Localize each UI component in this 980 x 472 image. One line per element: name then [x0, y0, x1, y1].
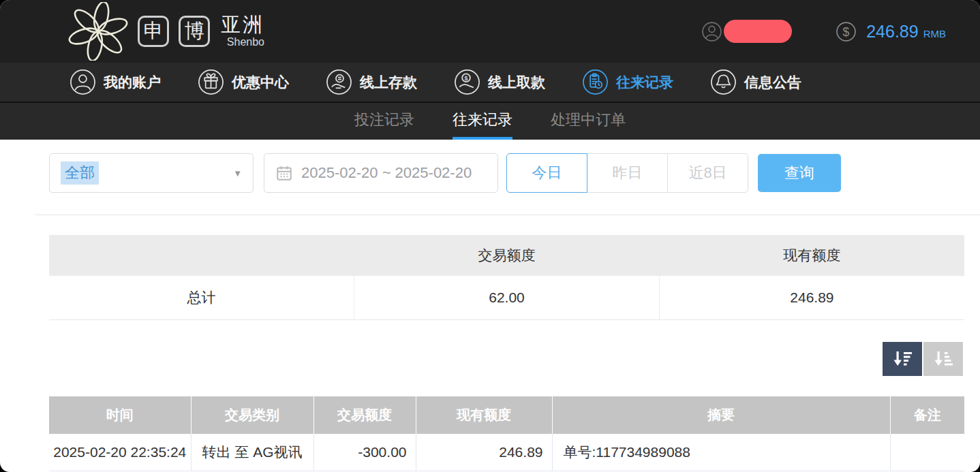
top-header: 申 博 亚洲 Shenbo $ 246.89 RMB: [0, 0, 980, 63]
nav-item-withdraw[interactable]: $ 线上取款: [454, 69, 545, 95]
summary-table: 交易额度 现有额度 总计 62.00 246.89: [49, 235, 964, 320]
quick-range-yesterday[interactable]: 昨日: [587, 153, 668, 193]
summary-total-row: 总计 62.00 246.89: [49, 276, 964, 319]
section-divider: [35, 215, 980, 215]
nav-item-announcements[interactable]: 信息公告: [710, 69, 801, 95]
record-time: 2025-02-20 22:35:24: [49, 434, 191, 471]
tab-processing-orders[interactable]: 处理中订单: [551, 103, 626, 140]
nav-label: 往来记录: [616, 73, 673, 92]
flower-logo-icon: [68, 2, 128, 61]
main-navigation: 我的账户 优惠中心 线上存款 $ 线上取款: [0, 63, 980, 103]
summary-total-balance: 246.89: [659, 276, 964, 319]
records-header-amount: 交易额度: [313, 396, 416, 434]
user-avatar-icon: [701, 21, 722, 42]
records-header-type: 交易类别: [191, 396, 313, 434]
nav-label: 线上取款: [488, 73, 545, 92]
summary-total-label: 总计: [49, 276, 354, 319]
nav-item-my-account[interactable]: 我的账户: [70, 69, 161, 95]
logo-char-box-2: 博: [179, 16, 210, 47]
date-range-value: 2025-02-20 ~ 2025-02-20: [301, 164, 472, 182]
records-table: 时间 交易类别 交易额度 现有额度 摘要 备注 2025-02-20 22:35…: [49, 396, 964, 472]
quick-range-last8days[interactable]: 近8日: [667, 153, 748, 193]
sort-ascending-button[interactable]: [923, 342, 963, 376]
table-row: 2025-02-20 22:35:24 转出 至 AG视讯 -300.00 24…: [49, 434, 964, 471]
records-icon: [582, 69, 609, 95]
dollar-icon: $: [836, 21, 857, 42]
record-remark: [890, 434, 964, 471]
nav-item-promotions[interactable]: 优惠中心: [198, 69, 289, 95]
site-logo: 申 博 亚洲 Shenbo: [0, 2, 264, 61]
summary-header-balance: 现有额度: [659, 235, 964, 276]
records-header-balance: 现有额度: [416, 396, 552, 434]
summary-header-amount: 交易额度: [354, 235, 660, 276]
records-header-time: 时间: [49, 396, 191, 434]
record-subtabs: 投注记录 往来记录 处理中订单: [0, 103, 980, 140]
records-header-row: 时间 交易类别 交易额度 现有额度 摘要 备注: [49, 396, 964, 434]
sort-ascending-icon: [932, 349, 954, 368]
quick-range-today[interactable]: 今日: [506, 153, 587, 193]
filter-bar: 全部 ▼ 2025-02-20 ~ 2025-02-20 今日 昨日 近8日 查…: [49, 153, 980, 193]
chevron-down-icon: ▼: [233, 168, 242, 178]
withdraw-icon: $: [454, 69, 480, 95]
nav-label: 优惠中心: [232, 73, 289, 92]
calendar-icon: [275, 164, 293, 182]
svg-text:$: $: [843, 25, 850, 38]
sort-descending-icon: [891, 349, 913, 368]
nav-label: 信息公告: [744, 73, 801, 92]
nav-label: 我的账户: [104, 73, 161, 92]
record-summary: 单号:117734989088: [552, 434, 890, 471]
nav-label: 线上存款: [360, 73, 417, 92]
sort-descending-button[interactable]: [883, 342, 922, 376]
type-filter-value: 全部: [61, 161, 99, 185]
nav-item-transaction-records[interactable]: 往来记录: [582, 69, 673, 95]
announcements-icon: [710, 69, 737, 95]
summary-header-empty: [49, 235, 354, 276]
records-header-remark: 备注: [890, 396, 964, 434]
record-balance: 246.89: [416, 434, 552, 471]
account-balance: 246.89: [866, 22, 918, 42]
deposit-icon: [326, 69, 352, 95]
nav-item-deposit[interactable]: 线上存款: [326, 69, 417, 95]
record-amount: -300.00: [313, 434, 416, 471]
search-button[interactable]: 查询: [758, 154, 841, 192]
promotions-icon: [198, 69, 224, 95]
logo-char-box-1: 申: [138, 16, 169, 47]
tab-transaction-records[interactable]: 往来记录: [453, 103, 512, 140]
summary-total-amount: 62.00: [354, 276, 660, 319]
logo-english-name: Shenbo: [227, 37, 264, 48]
currency-label: RMB: [923, 24, 946, 40]
tab-betting-records[interactable]: 投注记录: [354, 103, 414, 140]
quick-range-group: 今日 昨日 近8日: [506, 153, 748, 193]
sort-controls: [0, 342, 963, 376]
logo-region-text: 亚洲: [221, 15, 264, 35]
date-range-input[interactable]: 2025-02-20 ~ 2025-02-20: [264, 153, 498, 193]
app-window: 申 博 亚洲 Shenbo $ 246.89 RMB 我的账户: [0, 0, 980, 472]
record-type: 转出 至 AG视讯: [191, 434, 313, 471]
records-header-summary: 摘要: [552, 396, 890, 434]
account-icon: [70, 69, 96, 95]
type-filter-select[interactable]: 全部 ▼: [49, 153, 254, 193]
svg-text:$: $: [465, 75, 468, 82]
masked-username: [724, 20, 792, 43]
